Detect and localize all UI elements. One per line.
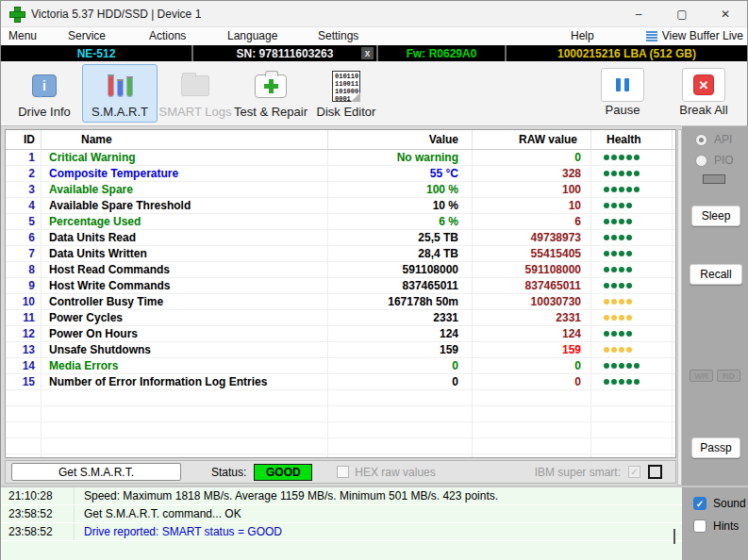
cell-id: 5 bbox=[6, 214, 42, 229]
pio-radio-row: PIO bbox=[695, 154, 734, 167]
recall-button[interactable]: Recall bbox=[690, 264, 742, 285]
first-aid-icon bbox=[255, 74, 287, 98]
table-row[interactable]: 1Critical WarningNo warning0 bbox=[6, 150, 675, 166]
pause-button[interactable]: Pause bbox=[589, 64, 657, 123]
table-row[interactable]: 11Power Cycles23312331 bbox=[6, 310, 675, 326]
bottom-area: 21:10:28Speed: Maximum 1818 MB/s. Averag… bbox=[1, 486, 747, 560]
table-row[interactable]: 8Host Read Commands591108000591108000 bbox=[6, 262, 675, 278]
buffer-list-icon bbox=[646, 31, 657, 41]
cell-value: 0 bbox=[328, 358, 473, 373]
menu-item-menu[interactable]: Menu bbox=[8, 29, 37, 42]
health-dot-icon bbox=[611, 379, 617, 385]
pio-radio[interactable] bbox=[695, 155, 707, 167]
hints-checkbox[interactable] bbox=[693, 519, 706, 533]
health-dot-icon bbox=[611, 267, 617, 272]
break-all-button[interactable]: ✕ Break All bbox=[670, 64, 738, 123]
window-title: Victoria 5.37 HDD/SSD | Device 1 bbox=[31, 8, 201, 21]
health-dot-icon bbox=[626, 251, 632, 256]
table-row[interactable]: 14Media Errors00 bbox=[6, 358, 675, 374]
maximize-button[interactable]: ▢ bbox=[660, 1, 704, 27]
device-capacity: 1000215216 LBA (512 GB) bbox=[505, 45, 747, 61]
health-dot-icon bbox=[634, 363, 640, 369]
drive-info-button[interactable]: i Drive Info bbox=[7, 64, 82, 123]
table-row[interactable]: 5Percentage Used6 %6 bbox=[6, 214, 675, 230]
health-dot-icon bbox=[619, 283, 624, 288]
health-dot-icon bbox=[611, 219, 617, 224]
cell-health bbox=[591, 262, 673, 277]
test-repair-button[interactable]: Test & Repair bbox=[233, 64, 308, 123]
cell-id: 9 bbox=[6, 278, 42, 293]
table-row[interactable]: 13Unsafe Shutdowns159159 bbox=[6, 342, 675, 358]
health-dot-icon bbox=[611, 331, 617, 337]
health-dot-icon bbox=[619, 219, 624, 224]
table-row[interactable]: 2Composite Temperature55 °C328 bbox=[6, 166, 675, 182]
table-row[interactable]: 4Available Spare Threshold10 %10 bbox=[6, 198, 675, 214]
cell-raw-value: 55415405 bbox=[473, 246, 591, 261]
table-row[interactable]: 9Host Write Commands837465011837465011 bbox=[6, 278, 675, 294]
health-dot-icon bbox=[604, 379, 609, 385]
cell-health bbox=[591, 310, 673, 325]
health-dot-icon bbox=[626, 187, 632, 192]
sleep-button[interactable]: Sleep bbox=[691, 206, 740, 226]
table-row[interactable]: 3Available Spare100 %100 bbox=[6, 182, 675, 198]
device-serial: SN: 978111603263 bbox=[237, 47, 334, 60]
minimize-button[interactable]: – bbox=[617, 1, 660, 27]
sound-label: Sound bbox=[713, 497, 746, 510]
view-buffer-live-button[interactable]: View Buffer Live bbox=[646, 29, 743, 42]
ibm-extra-checkbox[interactable] bbox=[648, 465, 662, 479]
health-dot-icon bbox=[626, 283, 632, 288]
cell-health bbox=[591, 278, 673, 293]
cell-id: 8 bbox=[6, 262, 42, 277]
cell-name: Data Units Written bbox=[42, 246, 328, 261]
health-dot-icon bbox=[619, 171, 624, 176]
table-row[interactable]: 10Controller Busy Time167178h 50m1003073… bbox=[6, 294, 675, 310]
menu-item-settings[interactable]: Settings bbox=[318, 29, 358, 42]
rd-button[interactable]: RD bbox=[717, 370, 740, 382]
table-row[interactable]: 15Number of Error Information Log Entrie… bbox=[6, 374, 675, 390]
serial-close-icon[interactable]: x bbox=[361, 47, 374, 59]
api-radio[interactable] bbox=[695, 134, 707, 146]
table-row[interactable]: 7Data Units Written28,4 TB55415405 bbox=[6, 246, 675, 262]
cell-health bbox=[591, 198, 673, 213]
view-buffer-live-label: View Buffer Live bbox=[662, 29, 743, 42]
health-dot-icon bbox=[611, 155, 617, 160]
status-badge: GOOD bbox=[254, 464, 312, 481]
ibm-super-smart-checkbox[interactable]: ✓ bbox=[628, 466, 640, 478]
cell-raw-value: 328 bbox=[473, 166, 591, 181]
wr-button[interactable]: WR bbox=[690, 370, 713, 382]
close-button[interactable]: ✕ bbox=[704, 1, 747, 27]
menu-item-language[interactable]: Language bbox=[227, 29, 277, 42]
cell-health bbox=[591, 374, 673, 389]
app-cross-icon bbox=[9, 7, 24, 21]
smart-attributes-table: ID Name Value RAW value Health 1Critical… bbox=[5, 129, 676, 458]
disk-editor-button[interactable]: 0101101100111010000001 Disk Editor bbox=[308, 64, 384, 123]
cell-id: 13 bbox=[6, 342, 42, 357]
cell-health bbox=[591, 294, 673, 309]
column-header-health: Health bbox=[591, 130, 673, 149]
cell-name: Host Read Commands bbox=[42, 262, 328, 277]
passp-button[interactable]: Passp bbox=[691, 437, 740, 458]
health-dot-icon bbox=[611, 347, 617, 353]
cell-value: 837465011 bbox=[328, 278, 473, 293]
table-row[interactable]: 6Data Units Read25,5 TB49738973 bbox=[6, 230, 675, 246]
cell-raw-value: 159 bbox=[473, 342, 591, 357]
api-radio-row: API bbox=[695, 133, 732, 146]
get-smart-button[interactable]: Get S.M.A.R.T. bbox=[11, 463, 181, 481]
smart-logs-button[interactable]: SMART Logs bbox=[158, 64, 233, 123]
cell-raw-value: 591108000 bbox=[473, 262, 591, 277]
health-dot-icon bbox=[604, 283, 609, 288]
health-dot-icon bbox=[634, 379, 640, 385]
sound-checkbox[interactable]: ✓ bbox=[693, 497, 706, 510]
table-row[interactable]: 12Power On Hours124124 bbox=[6, 326, 675, 342]
log-timestamp: 23:58:52 bbox=[1, 505, 75, 522]
log-timestamp: 21:10:28 bbox=[1, 487, 75, 504]
menu-item-service[interactable]: Service bbox=[68, 29, 106, 42]
menu-item-actions[interactable]: Actions bbox=[149, 29, 186, 42]
menu-item-help[interactable]: Help bbox=[571, 29, 594, 42]
hex-raw-values-checkbox[interactable] bbox=[337, 466, 349, 478]
cell-value: 10 % bbox=[328, 198, 473, 213]
sound-row: ✓ Sound bbox=[693, 497, 746, 510]
health-dot-icon bbox=[619, 187, 624, 192]
disk-editor-label: Disk Editor bbox=[317, 105, 376, 119]
smart-button[interactable]: S.M.A.R.T bbox=[82, 64, 158, 123]
